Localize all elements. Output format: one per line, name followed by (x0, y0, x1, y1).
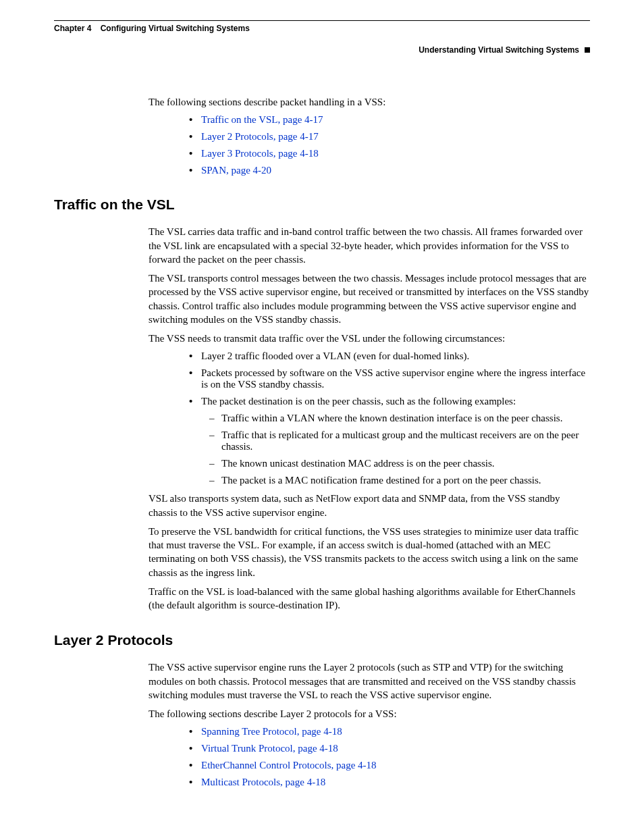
chapter-title: Configuring Virtual Switching Systems (101, 24, 250, 33)
s1-p6: Traffic on the VSL is load-balanced with… (149, 585, 590, 613)
link-etherchannel[interactable]: EtherChannel Control Protocols, page 4-1… (201, 760, 377, 771)
intro-paragraph: The following sections describe packet h… (149, 95, 590, 109)
link-layer2[interactable]: Layer 2 Protocols, page 4-17 (201, 131, 319, 142)
link-layer3[interactable]: Layer 3 Protocols, page 4-18 (201, 148, 319, 159)
s2-p1: The VSS active supervisor engine runs th… (149, 660, 590, 702)
decorative-square-icon (585, 47, 590, 53)
s2-link-list: Spanning Tree Protocol, page 4-18 Virtua… (162, 726, 590, 788)
s1-p1: The VSL carries data traffic and in-band… (149, 225, 590, 266)
link-traffic-vsl[interactable]: Traffic on the VSL, page 4-17 (201, 114, 323, 125)
s1-sub-4: The packet is a MAC notification frame d… (209, 475, 590, 486)
section-title: Understanding Virtual Switching Systems (419, 45, 579, 55)
s1-subbullets: Traffic within a VLAN where the known de… (182, 413, 590, 486)
heading-traffic-vsl: Traffic on the VSL (54, 197, 590, 213)
s1-p3: The VSS needs to transmit data traffic o… (149, 332, 590, 345)
link-vtp[interactable]: Virtual Trunk Protocol, page 4-18 (201, 743, 338, 754)
link-multicast[interactable]: Multicast Protocols, page 4-18 (201, 777, 325, 787)
s1-p4: VSL also transports system data, such as… (149, 492, 590, 519)
link-stp[interactable]: Spanning Tree Protocol, page 4-18 (201, 726, 342, 737)
s1-bullet-3: The packet destination is on the peer ch… (189, 396, 590, 407)
s1-sub-2: Traffic that is replicated for a multica… (209, 429, 590, 452)
s1-bullet-2: Packets processed by software on the VSS… (189, 367, 590, 390)
intro-link-list: Traffic on the VSL, page 4-17 Layer 2 Pr… (162, 114, 590, 176)
s1-bullet-1: Layer 2 traffic flooded over a VLAN (eve… (189, 350, 590, 362)
header-rule (54, 20, 590, 21)
s1-sub-1: Traffic within a VLAN where the known de… (209, 413, 590, 424)
heading-layer2: Layer 2 Protocols (54, 632, 590, 648)
link-span[interactable]: SPAN, page 4-20 (201, 165, 271, 176)
s1-p5: To preserve the VSL bandwidth for critic… (149, 525, 590, 579)
page-header: Chapter 4 Configuring Virtual Switching … (54, 24, 590, 33)
s1-p2: The VSL transports control messages betw… (149, 271, 590, 326)
s2-p2: The following sections describe Layer 2 … (149, 707, 590, 721)
s1-bullets: Layer 2 traffic flooded over a VLAN (eve… (162, 350, 590, 407)
chapter-number: Chapter 4 (54, 24, 91, 33)
s1-sub-3: The known unicast destination MAC addres… (209, 458, 590, 469)
